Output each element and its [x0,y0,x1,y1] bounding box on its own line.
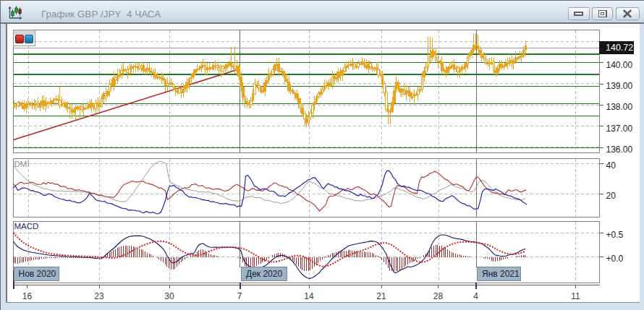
svg-text:Дек 2020: Дек 2020 [246,269,282,279]
svg-text:7: 7 [237,291,242,301]
svg-text:140.72: 140.72 [606,43,633,53]
svg-text:MACD: MACD [14,222,39,231]
svg-text:Нов 2020: Нов 2020 [19,269,56,279]
svg-text:137.00: 137.00 [606,124,633,134]
svg-text:График GBP /JPY 4 ЧАСА: График GBP /JPY 4 ЧАСА [41,9,161,20]
svg-text:138.00: 138.00 [606,102,633,112]
svg-text:Янв 2021: Янв 2021 [482,269,520,279]
svg-text:16: 16 [22,291,33,301]
svg-text:21: 21 [376,291,386,301]
svg-text:40: 40 [606,160,617,171]
svg-text:+0.0: +0.0 [606,254,624,264]
svg-text:4: 4 [473,291,478,301]
svg-text:+0.5: +0.5 [606,230,624,240]
svg-text:11: 11 [571,291,580,301]
svg-text:30: 30 [164,291,174,301]
svg-text:136.00: 136.00 [606,145,633,155]
svg-text:20: 20 [606,191,617,201]
svg-text:139.00: 139.00 [606,81,633,91]
svg-text:28: 28 [433,291,444,301]
svg-text:23: 23 [94,291,104,301]
svg-text:140.00: 140.00 [606,60,633,70]
svg-text:DMI: DMI [14,160,30,168]
svg-text:14: 14 [304,291,314,301]
